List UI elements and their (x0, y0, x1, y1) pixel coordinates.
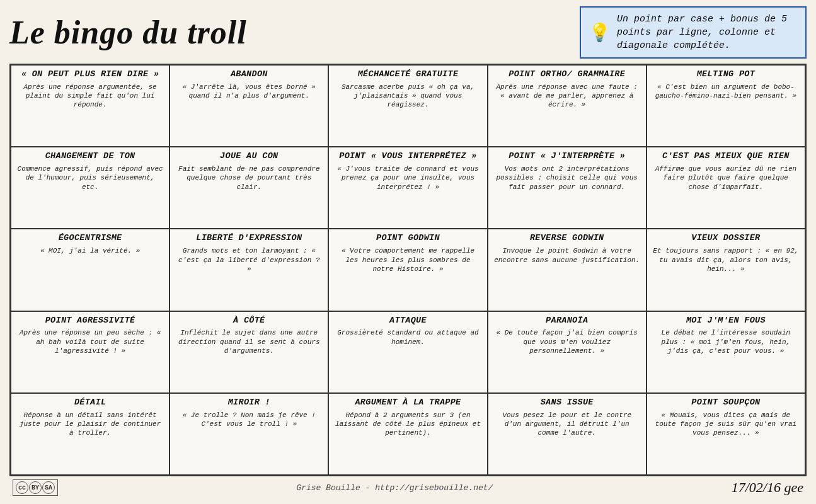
footer-credit: Grise Bouille - http://grisebouille.net/ (296, 483, 493, 493)
bingo-cell-12[interactable]: POINT GODWIN« Votre comportement me rapp… (328, 229, 487, 311)
cell-desc-15: Après une réponse un peu sèche : « ah ba… (16, 328, 164, 355)
bingo-cell-3[interactable]: POINT ORTHO/ GRAMMAIREAprès une réponse … (488, 65, 646, 147)
cell-desc-12: « Votre comportement me rappelle les heu… (333, 246, 482, 273)
cell-title-11: LIBERTÉ D'EXPRESSION (196, 233, 302, 244)
bingo-cell-15[interactable]: POINT AGRESSIVITÉAprès une réponse un pe… (11, 311, 170, 393)
cell-desc-17: Grossièreté standard ou attaque ad homin… (333, 328, 482, 346)
cell-title-9: C'EST PAS MIEUX QUE RIEN (662, 151, 790, 162)
cell-title-8: POINT « J'INTERPRÈTE » (509, 151, 625, 162)
cell-title-16: À CÔTÉ (233, 316, 265, 326)
cell-title-10: ÉGOCENTRISME (59, 233, 122, 244)
footer: cc BY SA Grise Bouille - http://grisebou… (9, 479, 807, 496)
cell-title-21: MIROIR ! (228, 398, 270, 408)
cell-desc-0: Après une réponse argumentée, se plaint … (16, 83, 164, 110)
cell-desc-14: Et toujours sans rapport : « en 92, tu a… (652, 246, 800, 273)
cc-license: cc BY SA (13, 479, 58, 496)
cell-desc-10: « MOI, j'ai la vérité. » (40, 246, 140, 255)
cell-title-19: MOI J'M'EN FOUS (686, 316, 766, 326)
cell-title-5: CHANGEMENT DE TON (45, 151, 135, 162)
cell-desc-16: Infléchit le sujet dans une autre direct… (175, 328, 323, 355)
cell-title-1: ABANDON (231, 69, 268, 80)
cell-desc-4: « C'est bien un argument de bobo-gaucho-… (652, 83, 800, 101)
page-title: Le bingo du troll (9, 14, 247, 51)
bingo-grid: « ON PEUT PLUS RIEN DIRE »Après une répo… (9, 64, 807, 476)
bingo-cell-21[interactable]: MIROIR !« Je trolle ? Non mais je rêve !… (170, 393, 328, 475)
cell-title-4: MELTING POT (697, 69, 755, 80)
bingo-cell-18[interactable]: PARANOÏA« De toute façon j'ai bien compr… (488, 311, 646, 393)
bingo-cell-11[interactable]: LIBERTÉ D'EXPRESSIONGrands mots et ton l… (170, 229, 328, 311)
bingo-cell-22[interactable]: ARGUMENT À LA TRAPPERépond à 2 arguments… (328, 393, 487, 475)
cell-desc-23: Vous pesez le pour et le contre d'un arg… (493, 411, 641, 438)
bingo-cell-20[interactable]: DÉTAILRéponse à un détail sans intérêt j… (11, 393, 170, 475)
rules-box: 💡 Un point par case + bonus de 5 points … (580, 6, 807, 59)
bingo-cell-10[interactable]: ÉGOCENTRISME« MOI, j'ai la vérité. » (11, 229, 170, 311)
cell-desc-19: Le débat ne l'intéresse soudain plus : «… (652, 328, 800, 355)
bingo-cell-0[interactable]: « ON PEUT PLUS RIEN DIRE »Après une répo… (11, 65, 170, 147)
cell-desc-13: Invoque le point Godwin à votre encontre… (493, 246, 641, 265)
cell-title-14: VIEUX DOSSIER (691, 233, 760, 244)
cell-title-17: ATTAQUE (389, 316, 427, 326)
cell-title-7: POINT « VOUS INTERPRÉTEZ » (339, 151, 476, 162)
cell-desc-24: « Mouais, vous dites ça mais de toute fa… (652, 411, 800, 438)
bingo-cell-24[interactable]: POINT SOUPÇON« Mouais, vous dites ça mai… (646, 393, 805, 475)
cell-desc-21: « Je trolle ? Non mais je rêve ! C'est v… (175, 411, 323, 429)
bingo-cell-5[interactable]: CHANGEMENT DE TONCommence agressif, puis… (11, 147, 170, 229)
header: Le bingo du troll 💡 Un point par case + … (9, 6, 807, 59)
cc-icon: cc (16, 481, 28, 494)
cell-title-12: POINT GODWIN (376, 233, 440, 244)
bingo-cell-17[interactable]: ATTAQUEGrossièreté standard ou attaque a… (328, 311, 487, 393)
cell-desc-9: Affirme que vous auriez dû ne rien faire… (652, 164, 800, 192)
cell-title-20: DÉTAIL (74, 398, 106, 408)
footer-signature: 17/02/16 gee (732, 479, 803, 496)
cell-title-2: MÉCHANCETÉ GRATUITE (358, 69, 459, 80)
cell-title-13: REVERSE GODWIN (530, 233, 604, 244)
bingo-cell-2[interactable]: MÉCHANCETÉ GRATUITESarcasme acerbe puis … (328, 65, 487, 147)
cell-desc-8: Vos mots ont 2 interprétations possibles… (493, 164, 641, 192)
cell-desc-18: « De toute façon j'ai bien compris que v… (493, 328, 641, 355)
by-icon: BY (29, 481, 42, 494)
cell-desc-6: Fait semblant de ne pas comprendre quelq… (175, 164, 323, 192)
bingo-cell-13[interactable]: REVERSE GODWINInvoque le point Godwin à … (488, 229, 646, 311)
cell-desc-7: « J'vous traite de connard et vous prene… (333, 164, 482, 192)
cell-desc-3: Après une réponse avec une faute : « ava… (493, 83, 641, 110)
bingo-cell-8[interactable]: POINT « J'INTERPRÈTE »Vos mots ont 2 int… (488, 147, 646, 229)
bingo-cell-7[interactable]: POINT « VOUS INTERPRÉTEZ »« J'vous trait… (328, 147, 487, 229)
cell-title-3: POINT ORTHO/ GRAMMAIRE (509, 69, 625, 80)
bingo-cell-6[interactable]: JOUE AU CONFait semblant de ne pas compr… (170, 147, 328, 229)
cell-title-0: « ON PEUT PLUS RIEN DIRE » (21, 69, 159, 80)
lightbulb-icon: 💡 (589, 22, 611, 43)
cell-title-15: POINT AGRESSIVITÉ (45, 316, 135, 326)
cell-desc-22: Répond à 2 arguments sur 3 (en laissant … (333, 411, 482, 438)
bingo-cell-9[interactable]: C'EST PAS MIEUX QUE RIENAffirme que vous… (646, 147, 805, 229)
bingo-cell-1[interactable]: ABANDON« J'arrête là, vous êtes borné » … (170, 65, 328, 147)
cell-desc-2: Sarcasme acerbe puis « oh ça va, j'plais… (333, 83, 482, 110)
bingo-cell-23[interactable]: SANS ISSUEVous pesez le pour et le contr… (488, 393, 646, 475)
cell-title-24: POINT SOUPÇON (691, 398, 760, 408)
cell-title-22: ARGUMENT À LA TRAPPE (355, 398, 461, 408)
cell-desc-11: Grands mots et ton larmoyant : « c'est ç… (175, 246, 323, 273)
bingo-cell-16[interactable]: À CÔTÉInfléchit le sujet dans une autre … (170, 311, 328, 393)
cell-desc-5: Commence agressif, puis répond avec de l… (16, 164, 164, 192)
cell-title-23: SANS ISSUE (541, 398, 594, 408)
rules-text: Un point par case + bonus de 5 points pa… (617, 13, 798, 52)
cell-title-18: PARANOÏA (546, 316, 588, 326)
bingo-cell-19[interactable]: MOI J'M'EN FOUSLe débat ne l'intéresse s… (646, 311, 805, 393)
cell-desc-20: Réponse à un détail sans intérêt juste p… (16, 411, 164, 438)
sa-icon: SA (42, 481, 55, 494)
cell-desc-1: « J'arrête là, vous êtes borné » quand i… (175, 83, 323, 101)
cell-title-6: JOUE AU CON (220, 151, 278, 162)
bingo-cell-4[interactable]: MELTING POT« C'est bien un argument de b… (646, 65, 805, 147)
bingo-cell-14[interactable]: VIEUX DOSSIEREt toujours sans rapport : … (646, 229, 805, 311)
